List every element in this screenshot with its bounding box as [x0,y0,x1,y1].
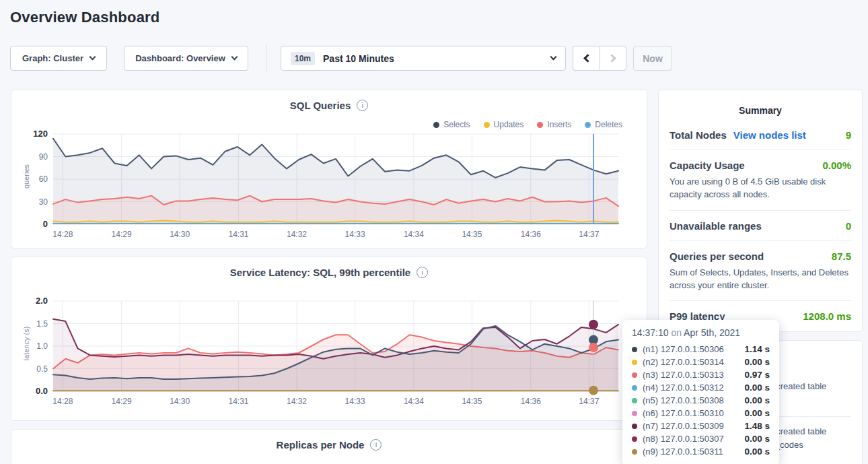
chevron-left-icon [583,54,592,63]
svg-text:0.0: 0.0 [36,386,48,396]
node-color-dot-icon [632,372,637,378]
tooltip-node-row: (n8) 127.0.0.1:503070.00 s [632,432,770,445]
summary-description: You are using 0 B of 4.5 GiB usable disk… [670,176,851,201]
summary-description: Sum of Selects, Updates, Inserts, and De… [670,267,851,292]
svg-text:0.5: 0.5 [36,364,48,374]
svg-text:14:31: 14:31 [228,230,248,239]
svg-text:14:31: 14:31 [228,397,248,406]
chart-title: Replicas per Node [277,439,365,451]
node-color-dot-icon [632,436,637,442]
svg-text:90: 90 [39,152,48,162]
svg-text:14:29: 14:29 [112,230,132,239]
time-window-selector[interactable]: 10m Past 10 Minutes [281,46,566,71]
svg-text:1.0: 1.0 [36,341,48,351]
node-latency-value: 0.00 s [744,357,770,367]
node-latency-value: 0.00 s [744,383,770,393]
node-address: (n1) 127.0.0.1:50306 [643,344,724,354]
svg-text:14:37: 14:37 [579,230,599,239]
tooltip-node-row: (n3) 127.0.0.1:503130.97 s [632,368,770,381]
dashboard-dropdown[interactable]: Dashboard: Overview [124,46,248,71]
node-latency-value: 0.00 s [744,434,770,444]
node-color-dot-icon [632,398,637,403]
svg-text:14:36: 14:36 [521,397,541,406]
sql-queries-chart[interactable]: 030609012014:2814:2914:3014:3114:3214:33… [11,127,628,242]
tooltip-node-row: (n2) 127.0.0.1:503140.00 s [632,356,770,368]
toolbar-divider [266,43,266,73]
svg-text:14:37: 14:37 [579,397,599,406]
summary-value: 1208.0 ms [803,310,851,322]
node-color-dot-icon [632,385,637,391]
chevron-down-icon [231,54,238,61]
node-latency-value: 1.48 s [744,421,770,431]
info-icon[interactable]: i [357,100,368,111]
svg-text:14:32: 14:32 [287,230,307,239]
svg-text:14:36: 14:36 [521,230,541,239]
graph-dropdown[interactable]: Graph: Cluster [10,46,107,71]
svg-text:14:34: 14:34 [404,397,424,406]
view-nodes-list-link[interactable]: View nodes list [733,129,806,141]
chevron-down-icon [89,54,96,61]
node-latency-value: 0.00 s [744,446,770,457]
tooltip-node-row: (n7) 127.0.0.1:503091.48 s [632,420,770,432]
time-next-button[interactable] [600,46,626,71]
svg-text:14:33: 14:33 [345,230,365,239]
summary-value: 0 [846,220,851,232]
summary-label: Total Nodes [670,129,727,141]
svg-text:14:30: 14:30 [170,230,190,239]
svg-text:2.0: 2.0 [36,296,48,306]
tooltip-node-row: (n9) 127.0.0.1:503110.00 s [632,445,770,458]
now-button[interactable]: Now [633,46,672,71]
summary-row-capacity-usage: Capacity Usage 0.00% You are using 0 B o… [670,150,851,211]
replicas-per-node-panel: Replicas per Node i [11,429,647,464]
graph-dropdown-label: Graph: Cluster [22,53,83,63]
svg-text:14:30: 14:30 [170,397,190,406]
svg-text:14:34: 14:34 [404,230,424,239]
node-address: (n7) 127.0.0.1:50309 [643,421,724,431]
time-prev-button[interactable] [573,46,600,71]
summary-label: Capacity Usage [670,160,745,171]
svg-text:14:35: 14:35 [462,230,482,239]
dashboard-dropdown-label: Dashboard: Overview [135,53,225,63]
node-latency-value: 1.14 s [744,344,770,354]
node-address: (n9) 127.0.0.1:50311 [643,446,723,457]
node-latency-value: 0.00 s [744,395,770,405]
svg-text:60: 60 [39,174,48,184]
node-latency-value: 0.97 s [744,370,770,380]
chevron-right-icon [608,54,616,63]
summary-title: Summary [670,105,851,116]
chart-title: Service Latency: SQL, 99th percentile [230,267,410,278]
summary-panel: Summary Total Nodes View nodes list 9 Ca… [658,90,863,332]
svg-text:14:32: 14:32 [287,397,307,406]
chart-title: SQL Queries [290,100,351,111]
sql-queries-panel: SQL Queries i SelectsUpdatesInsertsDelet… [11,90,647,248]
summary-row-total-nodes: Total Nodes View nodes list 9 [670,120,851,150]
summary-label: Queries per second [670,251,764,262]
service-latency-chart[interactable]: 0.00.51.01.52.014:2814:2914:3014:3114:32… [11,294,628,409]
time-step-button-group [573,46,626,71]
chevron-down-icon [550,54,557,61]
tooltip-node-row: (n4) 127.0.0.1:503120.00 s [632,381,770,394]
summary-value: 0.00% [822,160,851,171]
node-color-dot-icon [632,424,637,429]
summary-row-unavailable-ranges: Unavailable ranges 0 [670,211,851,241]
node-address: (n2) 127.0.0.1:50314 [643,357,724,367]
node-color-dot-icon [632,347,637,352]
summary-label: Unavailable ranges [670,220,762,232]
svg-text:1.5: 1.5 [36,319,48,329]
node-address: (n8) 127.0.0.1:50307 [643,434,724,444]
svg-text:14:28: 14:28 [52,397,73,406]
info-icon[interactable]: i [417,267,428,278]
overview-dashboard-page: Overview Dashboard Graph: Cluster Dashbo… [0,0,868,464]
summary-row-queries-per-second: Queries per second 87.5 Sum of Selects, … [670,241,851,302]
info-icon[interactable]: i [370,439,382,451]
tooltip-node-row: (n6) 127.0.0.1:503100.00 s [632,407,770,420]
node-address: (n5) 127.0.0.1:50308 [643,395,724,405]
chart-hover-tooltip: 14:37:10 on Apr 5th, 2021 (n1) 127.0.0.1… [622,320,779,464]
svg-text:14:33: 14:33 [345,397,365,406]
tooltip-timestamp: 14:37:10 on Apr 5th, 2021 [632,327,770,338]
svg-text:0: 0 [43,219,48,229]
page-title: Overview Dashboard [10,9,159,26]
svg-text:120: 120 [33,129,48,139]
node-color-dot-icon [632,411,637,416]
node-address: (n4) 127.0.0.1:50312 [643,383,724,393]
